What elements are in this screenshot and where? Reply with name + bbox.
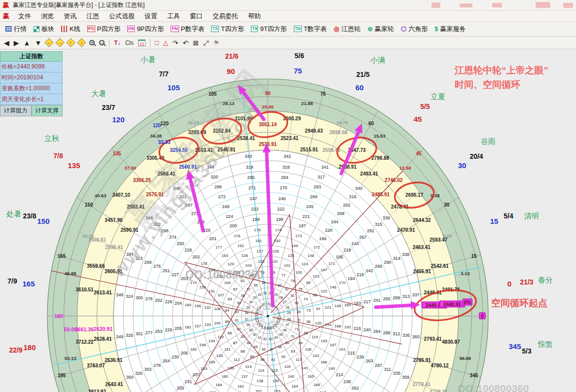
step-down-icon[interactable]: ↓ — [77, 38, 86, 47]
delete-box-icon[interactable]: ⊠ — [193, 39, 199, 47]
menu-item-2[interactable]: 资讯 — [59, 11, 81, 22]
svg-text:201: 201 — [209, 236, 216, 241]
cls-button[interactable]: Cls — [125, 39, 134, 46]
nav-down-icon[interactable]: ▼ — [35, 39, 41, 47]
menu-item-7[interactable]: 窗口 — [185, 11, 208, 22]
toolbar-button-赢家轮[interactable]: ⊚赢家轮 — [364, 23, 397, 36]
svg-text:149: 149 — [291, 244, 298, 248]
toolbar-label: P四方形 — [97, 25, 121, 34]
menu-item-9[interactable]: 帮助 — [243, 11, 266, 22]
toolbar-button-六角形[interactable]: ⬡六角形 — [397, 23, 431, 36]
flag-icon[interactable]: ⚑ — [213, 39, 219, 47]
svg-text:118: 118 — [305, 347, 312, 352]
toolbar-button-P数字表[interactable]: PNP数字表 — [167, 23, 208, 36]
zoom-out-icon[interactable]: − — [99, 40, 105, 45]
svg-text:18.75: 18.75 — [336, 120, 348, 125]
svg-text:2778.41: 2778.41 — [413, 382, 431, 387]
svg-text:96.88: 96.88 — [459, 356, 471, 361]
wheel-label-23/7: 23/7 — [102, 104, 115, 111]
close-button[interactable] — [563, 3, 573, 8]
svg-text:86: 86 — [228, 331, 232, 335]
t-arrow-icon[interactable]: T↓ — [114, 39, 120, 46]
svg-text:160: 160 — [221, 374, 228, 379]
svg-text:316: 316 — [349, 194, 357, 199]
svg-text:176: 176 — [234, 234, 241, 238]
svg-text:82: 82 — [233, 287, 237, 291]
badge: T9 — [251, 26, 258, 32]
calendar-icon[interactable]: 21 — [138, 39, 145, 46]
zoom-in-icon[interactable]: + — [89, 40, 95, 45]
wheel-label-5/4: 5/4 — [504, 212, 513, 220]
titlebar-button-artifact[interactable] — [536, 2, 550, 8]
svg-text:32: 32 — [258, 293, 262, 296]
svg-text:2644.32: 2644.32 — [413, 217, 431, 223]
svg-text:2455.91: 2455.91 — [413, 269, 432, 274]
svg-text:343: 343 — [245, 154, 252, 159]
svg-text:57: 57 — [247, 287, 251, 291]
nav-first-icon[interactable]: ◀ — [4, 39, 9, 47]
step-up-icon[interactable]: ↑ — [67, 38, 75, 47]
resize-icon[interactable]: ⤢ — [203, 39, 209, 47]
svg-text:272: 272 — [218, 194, 225, 199]
svg-text:292: 292 — [343, 203, 351, 208]
svg-text:265: 265 — [383, 296, 390, 301]
svg-text:142: 142 — [313, 354, 320, 358]
draw-triangle-icon[interactable]: △ — [163, 39, 168, 46]
nav-up-icon[interactable]: ▲ — [24, 39, 31, 47]
svg-text:84: 84 — [225, 308, 229, 313]
menu-item-3[interactable]: 江恩 — [81, 11, 104, 22]
svg-text:45: 45 — [416, 151, 422, 156]
wheel-label-60: 60 — [356, 83, 364, 92]
nav-last-icon[interactable]: ▶ — [14, 39, 19, 47]
svg-text:3.13: 3.13 — [461, 271, 470, 276]
svg-text:2530.91: 2530.91 — [259, 142, 277, 147]
rotate-cw-icon[interactable]: ↷ — [173, 39, 179, 47]
svg-text:131: 131 — [208, 289, 215, 293]
menu-item-0[interactable]: 文件 — [13, 11, 36, 22]
menu-item-1[interactable]: 浏览 — [36, 11, 59, 22]
svg-text:348: 348 — [116, 292, 123, 297]
window-title: 赢家江恩专业版[赢家服务平台] - [上证指数 江恩轮] — [13, 1, 144, 9]
titlebar-button-artifact[interactable] — [492, 3, 502, 7]
svg-text:46: 46 — [283, 328, 287, 332]
toolbar-button-T四方形[interactable]: TST四方形 — [208, 23, 247, 36]
menu-item-5[interactable]: 设置 — [140, 11, 162, 22]
menu-item-8[interactable]: 交易委托 — [208, 11, 243, 22]
toolbar-button-行情[interactable]: 行情 — [2, 23, 30, 36]
calc-resistance-button[interactable]: 计算阻力 — [0, 105, 32, 116]
svg-text:147: 147 — [321, 268, 327, 272]
toolbar-button-9P四方形[interactable]: P99P四方形 — [124, 23, 167, 36]
svg-text:206: 206 — [180, 351, 188, 356]
calc-support-button[interactable]: 计算支撑 — [32, 105, 63, 116]
svg-text:38: 38 — [246, 323, 250, 326]
draw-square-icon[interactable]: □ — [155, 39, 159, 46]
toolbar-button-江恩轮[interactable]: ◎江恩轮 — [330, 23, 364, 36]
wheel-label-345: 345 — [508, 342, 521, 351]
toolbar-button-K线[interactable]: K线 — [58, 23, 84, 36]
svg-text:36: 36 — [245, 311, 249, 315]
titlebar-button-artifact[interactable] — [460, 3, 472, 7]
svg-text:100: 100 — [295, 270, 302, 275]
toolbar-button-T数字表[interactable]: TNT数字表 — [290, 23, 330, 36]
rotate-ccw-icon[interactable]: ↶ — [183, 39, 189, 47]
toolbar-button-赢家服务[interactable]: $赢家服务 — [431, 23, 469, 36]
svg-text:166: 166 — [321, 360, 327, 364]
gann-wheel-chart[interactable]: 1530456075901051201351501651952102252402… — [0, 49, 576, 392]
titlebar-button-artifact[interactable] — [432, 2, 440, 8]
menu-item-4[interactable]: 公式选股 — [104, 11, 140, 22]
svg-text:161: 161 — [238, 384, 245, 389]
menu-item-6[interactable]: 工具 — [162, 11, 185, 22]
toolbar-button-P四方形[interactable]: PSP四方形 — [84, 23, 124, 36]
svg-text:112: 112 — [234, 357, 240, 362]
toolbar-button-9T四方形[interactable]: T99T四方形 — [248, 23, 290, 36]
svg-text:94: 94 — [298, 341, 303, 345]
svg-text:31: 31 — [263, 291, 267, 295]
rotate-right-icon[interactable]: → — [56, 38, 65, 47]
svg-text:262: 262 — [351, 386, 359, 391]
svg-text:145: 145 — [334, 304, 341, 308]
svg-text:141: 141 — [301, 366, 308, 370]
rotate-left-icon[interactable]: ← — [45, 38, 54, 47]
svg-text:37: 37 — [245, 318, 249, 321]
solar-term-春分: 春分 — [538, 276, 553, 284]
toolbar-button-板块[interactable]: 板块 — [30, 23, 58, 36]
